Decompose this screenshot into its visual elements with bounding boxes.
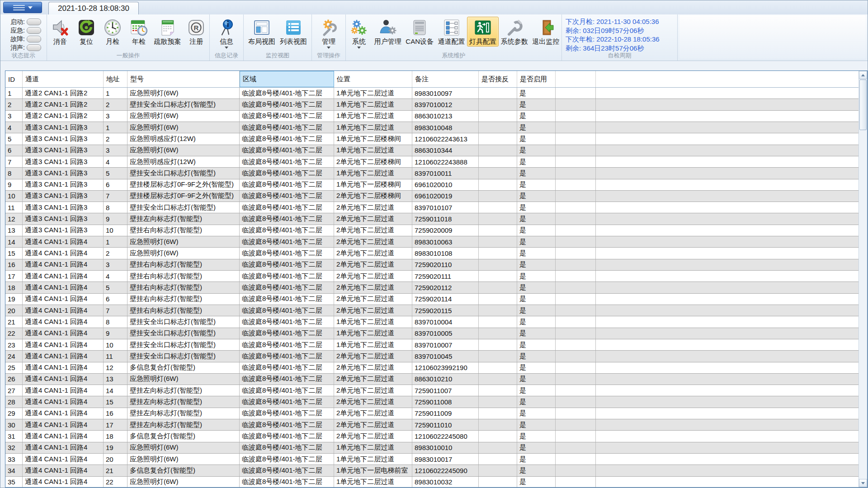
table-row[interactable]: 27通道4 CAN1-1 回路414壁挂左向标志灯(智能型)临波庭8号楼/401… <box>5 385 859 396</box>
table-row[interactable]: 23通道4 CAN1-1 回路410壁挂安全出口标志灯(智能型)临波庭8号楼/4… <box>5 339 859 351</box>
header-cell[interactable]: 是否接反 <box>479 71 517 87</box>
cell <box>556 431 596 441</box>
cell: 33 <box>5 454 23 465</box>
table-row[interactable]: 3通道2 CAN1-1 回路23应急照明灯(6W)临波庭8号楼/401-地下二层… <box>5 111 859 122</box>
system-button[interactable]: 系统 <box>346 17 372 50</box>
layout-view-button[interactable]: 布局视图 <box>246 17 278 47</box>
table-row[interactable]: 25通道4 CAN1-1 回路412多信息复合灯(智能型)临波庭8号楼/401-… <box>5 362 859 374</box>
cell: 6 <box>5 145 23 156</box>
table-row[interactable]: 29通道4 CAN1-1 回路416壁挂左向标志灯(智能型)临波庭8号楼/401… <box>5 408 859 419</box>
table-row[interactable]: 14通道4 CAN1-1 回路41应急照明灯(6W)临波庭8号楼/401-地下二… <box>5 236 859 248</box>
header-cell[interactable] <box>556 71 596 87</box>
row-filler <box>596 213 859 224</box>
table-row[interactable]: 2通道2 CAN1-1 回路22壁挂安全出口标志灯(智能型)临波庭8号楼/401… <box>5 99 859 110</box>
header-cell[interactable]: 是否启用 <box>517 71 556 87</box>
table-row[interactable]: 20通道4 CAN1-1 回路47壁挂右向标志灯(智能型)临波庭8号楼/401-… <box>5 305 859 316</box>
scroll-down-button[interactable] <box>859 479 867 487</box>
cell <box>556 236 596 247</box>
header-cell[interactable]: 区域 <box>240 71 334 87</box>
table-row[interactable]: 16通道4 CAN1-1 回路43壁挂右向标志灯(智能型)临波庭8号楼/401-… <box>5 259 859 271</box>
register-button[interactable]: R注册 <box>183 17 209 47</box>
cell: 2单元地下二层过道 <box>334 259 412 270</box>
table-row[interactable]: 7通道3 CAN1-1 回路34应急照明感应灯(12W)临波庭8号楼/401-地… <box>5 156 859 168</box>
cell: 7259020110 <box>412 259 479 270</box>
channel-config-button[interactable]: 通道配置 <box>436 17 467 47</box>
table-row[interactable]: 4通道3 CAN1-1 回路31应急照明灯(6W)临波庭8号楼/401-地下二层… <box>5 122 859 133</box>
evacuation-plan-button[interactable]: 疏散预案 <box>152 17 183 47</box>
exit-monitor-button[interactable]: 退出监控 <box>530 17 561 47</box>
table-row[interactable]: 12通道3 CAN1-1 回路39壁挂左向标志灯(智能型)临波庭8号楼/401-… <box>5 213 859 225</box>
table-row[interactable]: 6通道3 CAN1-1 回路33应急照明灯(6W)临波庭8号楼/401-地下二层… <box>5 145 859 156</box>
cell: 2单元地下二层过道 <box>334 271 412 282</box>
header-cell[interactable]: ID <box>5 71 23 87</box>
system-params-button[interactable]: 系统参数 <box>499 17 530 47</box>
table-row[interactable]: 26通道4 CAN1-1 回路413应急照明灯(6W)临波庭8号楼/401-地下… <box>5 374 859 385</box>
reset-button[interactable]: 复位 <box>73 17 99 47</box>
can-device-button[interactable]: CAN设备 <box>404 17 436 47</box>
annual-check-button[interactable]: 年检 <box>126 17 152 47</box>
ribbon-button-label: 疏散预案 <box>154 38 181 45</box>
table-row[interactable]: 5通道3 CAN1-1 回路32应急照明感应灯(12W)临波庭8号楼/401-地… <box>5 133 859 145</box>
main-menu-button[interactable] <box>3 2 42 13</box>
cell: 应急照明灯(6W) <box>127 248 240 258</box>
user-manage-button[interactable]: 用户管理 <box>372 17 404 47</box>
table-row[interactable]: 8通道3 CAN1-1 回路35壁挂安全出口标志灯(智能型)临波庭8号楼/401… <box>5 168 859 179</box>
header-cell[interactable]: 地址 <box>104 71 127 87</box>
cell: 临波庭8号楼/401-地下二层 <box>240 374 334 385</box>
cell <box>479 408 517 419</box>
cell: 临波庭8号楼/401-地下二层 <box>240 111 334 122</box>
svg-text:R: R <box>194 24 199 32</box>
mute-button[interactable]: 消音 <box>47 17 73 47</box>
scroll-up-button[interactable] <box>859 71 867 79</box>
can-device-icon <box>410 19 429 37</box>
table-row[interactable]: 22通道4 CAN1-1 回路49壁挂安全出口标志灯(智能型)临波庭8号楼/40… <box>5 328 859 339</box>
table-row[interactable]: 13通道3 CAN1-1 回路310壁挂右向标志灯(智能型)临波庭8号楼/401… <box>5 225 859 236</box>
vertical-scrollbar[interactable] <box>859 71 867 487</box>
cell: 通道4 CAN1-1 回路4 <box>23 374 104 385</box>
info-button[interactable]: 信息 <box>213 17 240 50</box>
table-row[interactable]: 21通道4 CAN1-1 回路48壁挂安全出口标志灯(智能型)临波庭8号楼/40… <box>5 316 859 328</box>
table-row[interactable]: 18通道4 CAN1-1 回路45壁挂右向标志灯(智能型)临波庭8号楼/401-… <box>5 282 859 293</box>
cell: 通道4 CAN1-1 回路4 <box>23 305 104 316</box>
exit-monitor-icon <box>537 19 555 37</box>
monthly-check-button[interactable]: 月检 <box>99 17 126 47</box>
cell: 是 <box>517 202 556 213</box>
cell: 是 <box>517 133 556 144</box>
table-row[interactable]: 24通道4 CAN1-1 回路411壁挂安全出口标志灯(智能型)临波庭8号楼/4… <box>5 351 859 362</box>
list-view-button[interactable]: 列表视图 <box>278 17 309 47</box>
cell: 26 <box>5 374 23 385</box>
table-row[interactable]: 30通道4 CAN1-1 回路417壁挂左向标志灯(智能型)临波庭8号楼/401… <box>5 419 859 431</box>
cell: 14 <box>5 236 23 247</box>
cell: 8983010032 <box>412 477 479 488</box>
table-row[interactable]: 35通道4 CAN1-1 回路422应急照明灯(6W)临波庭8号楼/401-地下… <box>5 477 859 488</box>
table-row[interactable]: 1通道2 CAN1-1 回路21应急照明灯(6W)临波庭8号楼/401-地下二层… <box>5 88 859 99</box>
datetime-tab[interactable]: 2021-10-28 18:08:30 <box>48 2 139 14</box>
row-filler <box>596 88 859 99</box>
table-row[interactable]: 28通道4 CAN1-1 回路415壁挂左向标志灯(智能型)临波庭8号楼/401… <box>5 396 859 408</box>
table-row[interactable]: 10通道3 CAN1-1 回路37壁挂楼层标志灯0F-9F之外(智能型)临波庭8… <box>5 191 859 202</box>
cell: 应急照明灯(6W) <box>127 477 240 488</box>
cell: 通道4 CAN1-1 回路4 <box>23 442 104 453</box>
cell: 3 <box>104 145 127 156</box>
scrollbar-thumb[interactable] <box>859 80 867 130</box>
cell <box>479 454 517 465</box>
manage-button[interactable]: 管理 <box>316 17 342 50</box>
ribbon-group-views: 布局视图列表视图 监控视图 <box>244 14 312 61</box>
table-row[interactable]: 33通道4 CAN1-1 回路420应急照明灯(6W)临波庭8号楼/401-地下… <box>5 454 859 465</box>
cell: 12106022243888 <box>412 156 479 167</box>
cell: 是 <box>517 362 556 373</box>
table-row[interactable]: 32通道4 CAN1-1 回路419应急照明灯(6W)临波庭8号楼/401-地下… <box>5 442 859 454</box>
table-row[interactable]: 34通道4 CAN1-1 回路421多信息复合灯(智能型)临波庭8号楼/401-… <box>5 465 859 476</box>
lamp-config-button[interactable]: 灯具配置 <box>467 17 499 47</box>
table-row[interactable]: 19通道4 CAN1-1 回路46壁挂右向标志灯(智能型)临波庭8号楼/401-… <box>5 294 859 305</box>
header-cell[interactable]: 位置 <box>334 71 412 87</box>
header-cell[interactable]: 备注 <box>412 71 479 87</box>
table-row[interactable]: 31通道4 CAN1-1 回路418多信息复合灯(智能型)临波庭8号楼/401-… <box>5 431 859 442</box>
table-row[interactable]: 11通道3 CAN1-1 回路38壁挂安全出口标志灯(智能型)临波庭8号楼/40… <box>5 202 859 213</box>
header-cell[interactable]: 型号 <box>127 71 240 87</box>
table-row[interactable]: 9通道3 CAN1-1 回路36壁挂楼层标志灯0F-9F之外(智能型)临波庭8号… <box>5 179 859 191</box>
table-row[interactable]: 17通道4 CAN1-1 回路44壁挂右向标志灯(智能型)临波庭8号楼/401-… <box>5 271 859 282</box>
header-cell[interactable]: 通道 <box>23 71 104 87</box>
cell: 应急照明灯(6W) <box>127 454 240 465</box>
table-row[interactable]: 15通道4 CAN1-1 回路42应急照明灯(6W)临波庭8号楼/401-地下二… <box>5 248 859 259</box>
